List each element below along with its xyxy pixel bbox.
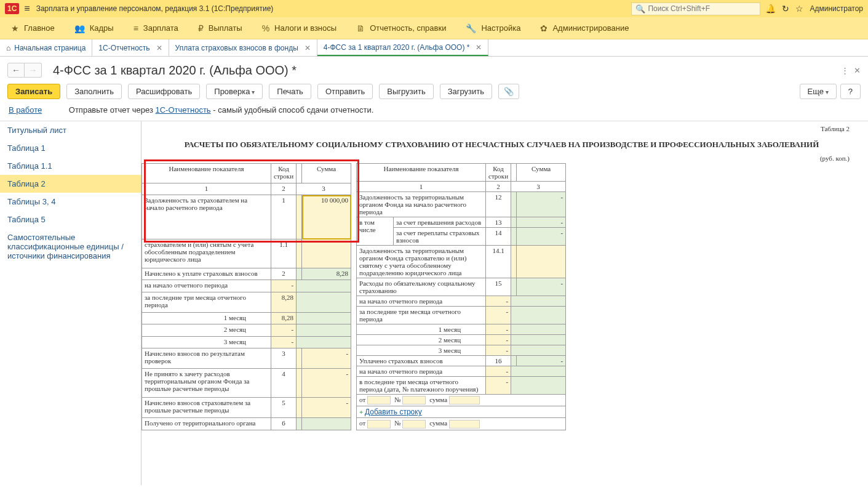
row-name: Задолженность за территориальным органом… [357, 192, 486, 217]
sum-cell[interactable] [302, 239, 351, 268]
sub-cell[interactable]: - [271, 280, 297, 292]
import-button[interactable]: Загрузить [440, 84, 492, 99]
row-code: 12 [486, 192, 511, 217]
sum-cell[interactable]: - [302, 369, 351, 398]
sub-cell[interactable]: - [486, 377, 511, 395]
close-icon[interactable]: ✕ [156, 44, 162, 52]
attach-button[interactable]: 📎 [498, 84, 519, 99]
menu-icon: ≡ [133, 23, 138, 33]
sub-cell[interactable]: - [271, 324, 297, 336]
help-button[interactable]: ? [840, 84, 861, 99]
sidebar-item[interactable]: Таблица 1 [0, 139, 141, 157]
paysum-field[interactable] [449, 420, 480, 429]
sum-cell[interactable]: - [302, 398, 351, 418]
row-split: за счет превышения расходов [394, 217, 486, 228]
sidebar-item[interactable]: Таблица 2 [0, 175, 141, 193]
row-name: 3 месяц [357, 345, 486, 356]
menu-item-Главное[interactable]: ★Главное [2, 17, 63, 39]
sub-cell[interactable]: - [486, 366, 511, 377]
sum-cell[interactable]: - [517, 217, 566, 228]
sidebar-item[interactable]: Таблица 1.1 [0, 157, 141, 175]
row-code: 4 [271, 369, 297, 398]
date-field[interactable] [367, 420, 391, 429]
sum-cell[interactable]: 8,28 [302, 268, 351, 280]
row-code: 3 [271, 348, 297, 369]
sidebar-item[interactable]: Таблицы 3, 4 [0, 193, 141, 211]
col-sum-header: Сумма [302, 164, 351, 183]
num-field[interactable] [402, 420, 426, 429]
sub-cell[interactable]: - [486, 296, 511, 307]
sub-cell[interactable]: - [486, 335, 511, 345]
export-button[interactable]: Выгрузить [379, 84, 433, 99]
menu-item-Выплаты[interactable]: ₽Выплаты [189, 17, 251, 39]
more-dots-icon[interactable]: ⋮ [841, 66, 849, 75]
close-document-icon[interactable]: ✕ [854, 66, 861, 75]
date-field[interactable] [367, 396, 391, 404]
sum-cell[interactable]: - [517, 278, 566, 296]
sidebar-item[interactable]: Самостоятельные классификационные единиц… [0, 228, 141, 265]
sum-cell[interactable]: - [517, 192, 566, 217]
row-code: 1 [271, 195, 297, 239]
sum-cell[interactable] [302, 418, 351, 430]
status-hint-link[interactable]: 1С-Отчетность [155, 105, 210, 115]
main-menu-icon[interactable]: ≡ [24, 3, 30, 14]
menu-icon: ✿ [540, 23, 547, 33]
plus-icon[interactable]: + [359, 408, 363, 416]
row-name: в последние три месяца отчетного периода… [357, 377, 486, 395]
save-button[interactable]: Записать [7, 84, 60, 99]
sum-cell[interactable] [517, 246, 566, 278]
sum-cell[interactable]: - [302, 348, 351, 369]
search-box[interactable]: 🔍 [631, 2, 760, 15]
nav-back-button[interactable]: ← [7, 63, 25, 78]
sub-cell[interactable]: - [486, 307, 511, 324]
row-code: 13 [486, 217, 511, 228]
tab[interactable]: Уплата страховых взносов в фонды✕ [169, 39, 317, 56]
sub-cell[interactable]: 8,28 [271, 292, 297, 312]
menu-item-Зарплата[interactable]: ≡Зарплата [125, 17, 187, 39]
print-button[interactable]: Печать [269, 84, 311, 99]
tab[interactable]: 4-ФСС за 1 квартал 2020 г. (Альфа ООО) *… [317, 39, 489, 56]
paysum-field[interactable] [449, 396, 480, 404]
menu-icon: % [262, 23, 269, 33]
row-name: на начало отчетного периода [357, 366, 486, 377]
more-button[interactable]: Еще [800, 84, 837, 99]
tab[interactable]: 1С-Отчетность✕ [92, 39, 169, 56]
tab[interactable]: Начальная страница [0, 39, 92, 56]
row-name: за последние три месяца отчетного период… [357, 307, 486, 324]
history-icon[interactable]: ↻ [782, 4, 789, 14]
sum-cell[interactable]: 10 000,00 [302, 195, 351, 239]
menu-item-Отчетность, справки[interactable]: 🗎Отчетность, справки [348, 17, 455, 39]
sum-cell[interactable]: - [517, 356, 566, 366]
row-code: 6 [271, 418, 297, 430]
menu-item-Администрирование[interactable]: ✿Администрирование [532, 17, 637, 39]
status-inwork-link[interactable]: В работе [9, 105, 42, 115]
menu-icon: 👥 [74, 23, 85, 33]
row-name: Уплачено страховых взносов [357, 356, 486, 366]
user-label[interactable]: Администратор [810, 4, 863, 13]
close-icon[interactable]: ✕ [476, 43, 482, 52]
menu-icon: ★ [11, 23, 19, 33]
search-input[interactable] [648, 4, 756, 13]
search-icon: 🔍 [635, 4, 645, 14]
sub-cell[interactable]: 8,28 [271, 313, 297, 324]
star-icon[interactable]: ☆ [795, 4, 803, 14]
sum-cell[interactable]: - [517, 228, 566, 246]
sub-cell[interactable]: - [271, 336, 297, 348]
close-icon[interactable]: ✕ [305, 44, 311, 52]
nav-forward-button[interactable]: → [25, 63, 42, 78]
fill-button[interactable]: Заполнить [66, 84, 122, 99]
decrypt-button[interactable]: Расшифровать [128, 84, 200, 99]
num-field[interactable] [402, 396, 426, 404]
sidebar-item[interactable]: Таблица 5 [0, 211, 141, 228]
menu-item-Настройка[interactable]: 🔧Настройка [457, 17, 529, 39]
status-hint-post: - самый удобный способ сдачи отчетности. [211, 105, 374, 115]
bell-icon[interactable]: 🔔 [765, 4, 776, 14]
menu-item-Налоги и взносы[interactable]: %Налоги и взносы [253, 17, 346, 39]
sub-cell[interactable]: - [486, 324, 511, 335]
sidebar-item[interactable]: Титульный лист [0, 121, 141, 139]
menu-item-Кадры[interactable]: 👥Кадры [66, 17, 122, 39]
check-button[interactable]: Проверка [206, 84, 263, 99]
sub-cell[interactable]: - [486, 345, 511, 356]
send-button[interactable]: Отправить [317, 84, 373, 99]
add-row-link[interactable]: Добавить строку [365, 408, 422, 416]
